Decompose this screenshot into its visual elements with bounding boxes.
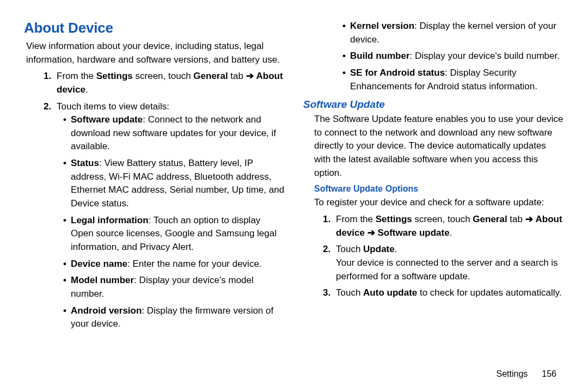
s1-pre: From the [336, 214, 376, 224]
manual-page: About Device View information about your… [0, 0, 588, 392]
detail-model-number: Model number: Display your device's mode… [63, 274, 285, 301]
step1-text-mid: screen, touch [133, 71, 194, 81]
step2-text: Touch items to view details: [57, 101, 169, 112]
arrow-icon: ➔ [367, 228, 375, 238]
label-status: Status [71, 158, 99, 168]
arrow-icon: ➔ [246, 71, 254, 81]
step1-settings: Settings [96, 71, 133, 81]
s2-body: Your device is connected to the server a… [336, 258, 558, 281]
s3-auto-update: Auto update [363, 287, 417, 298]
label-model-number: Model number [71, 275, 134, 285]
step1-text-tab: tab [228, 71, 246, 81]
detail-build-number: Build number: Display your device's buil… [342, 50, 564, 63]
about-device-heading: About Device [24, 20, 285, 36]
label-se-android: SE for Android status [350, 68, 445, 78]
step1-period: . [85, 84, 88, 95]
detail-kernel-version: Kernel version: Display the kernel versi… [342, 20, 564, 46]
label-android-version: Android version [71, 305, 142, 316]
s3-pre: Touch [336, 287, 363, 298]
label-kernel-version: Kernel version [350, 21, 414, 31]
s1-mid: screen, touch [412, 214, 473, 224]
about-device-intro: View information about your device, incl… [26, 40, 285, 66]
software-update-options-section: Software Update Options To register your… [303, 184, 564, 299]
arrow-icon: ➔ [525, 214, 533, 224]
s1-tab: tab [507, 214, 525, 224]
s1-settings: Settings [376, 214, 412, 224]
s1-general: General [473, 214, 507, 224]
s3-post: to check for updates automatically. [417, 287, 561, 298]
page-footer: Settings156 [496, 369, 556, 379]
about-step-1: From the Settings screen, touch General … [44, 70, 285, 96]
software-update-register-text: To register your device and check for a … [314, 196, 564, 210]
s1-period: . [450, 228, 452, 238]
software-update-heading: Software Update [303, 99, 564, 111]
label-software-update: Software update [71, 114, 143, 125]
software-update-steps: From the Settings screen, touch General … [323, 213, 564, 300]
footer-page-number: 156 [542, 369, 556, 378]
text-status: : View Battery status, Battery level, IP… [71, 158, 284, 209]
detail-android-version: Android version: Display the firmware ve… [63, 304, 285, 331]
step1-general: General [193, 71, 228, 81]
detail-device-name: Device name: Enter the name for your dev… [63, 258, 285, 271]
software-update-options-heading: Software Update Options [314, 184, 564, 194]
step1-text-pre: From the [57, 71, 96, 81]
two-column-layout: About Device View information about your… [24, 20, 564, 346]
swu-step-1: From the Settings screen, touch General … [323, 213, 564, 240]
swu-step-3: Touch Auto update to check for updates a… [323, 286, 564, 300]
swu-step-2: Touch Update. Your device is connected t… [323, 243, 564, 283]
software-update-section: Software Update The Software Update feat… [303, 99, 564, 180]
label-device-name: Device name [71, 259, 127, 269]
s2-pre: Touch [336, 244, 363, 254]
s2-update: Update [363, 244, 395, 254]
detail-software-update: Software update: Connect to the network … [63, 113, 285, 154]
software-update-intro: The Software Update feature enables you … [314, 113, 564, 180]
s1-software-update: Software update [377, 228, 449, 238]
label-build-number: Build number [350, 51, 410, 61]
text-build-number: : Display your device's build number. [410, 51, 560, 61]
text-device-name: : Enter the name for your device. [127, 259, 262, 269]
detail-se-android: SE for Android status: Display Security … [342, 66, 564, 93]
detail-status: Status: View Battery status, Battery lev… [63, 157, 285, 211]
detail-legal: Legal information: Touch an option to di… [63, 214, 285, 254]
s2-period: . [395, 244, 397, 254]
footer-section: Settings [496, 369, 528, 378]
label-legal: Legal information [71, 215, 149, 225]
